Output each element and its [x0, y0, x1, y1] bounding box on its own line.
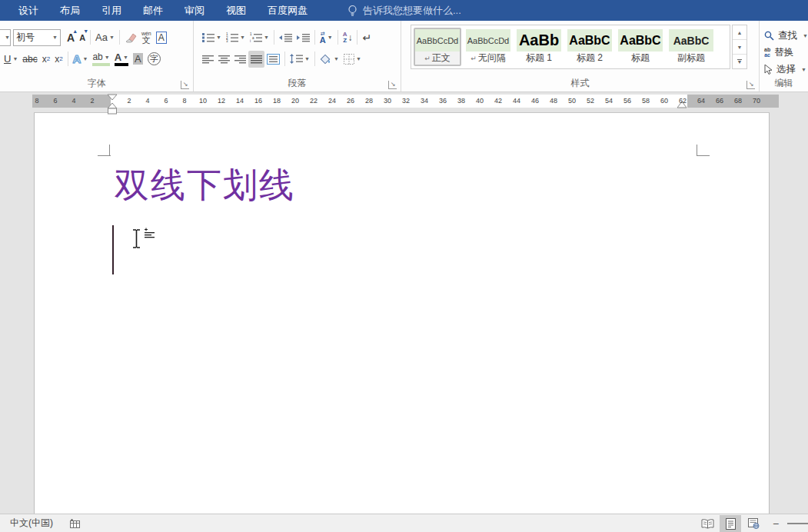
align-left-button[interactable]	[200, 51, 216, 68]
language-status[interactable]: 中文(中国)	[10, 517, 53, 530]
outlined-a-icon: A	[73, 52, 81, 65]
tab-百度网盘[interactable]: 百度网盘	[257, 0, 318, 21]
decrease-indent-button[interactable]	[277, 29, 294, 46]
zoom-out-button[interactable]: −	[767, 515, 784, 532]
multilevel-list-icon: 1 a i	[250, 32, 262, 42]
gallery-scroll-down-button[interactable]: ▼	[733, 40, 746, 55]
styles-dialog-launcher[interactable]: ↘	[746, 81, 755, 89]
style-item-标题[interactable]: AaBbC标题	[617, 28, 664, 66]
chevron-down-icon: ▼	[2, 35, 10, 40]
borders-button[interactable]: ▼	[341, 51, 364, 68]
select-button[interactable]: 选择 ▼	[764, 62, 806, 77]
style-name: 副标题	[669, 52, 713, 65]
increase-indent-button[interactable]	[294, 29, 312, 46]
gallery-more-button[interactable]: ▼	[733, 55, 746, 68]
underline-button[interactable]: U ▼	[2, 51, 20, 68]
highlight-swatch	[92, 63, 109, 66]
tab-引用[interactable]: 引用	[91, 0, 132, 21]
ruler-number: 28	[365, 97, 373, 105]
character-shading-button[interactable]: A	[131, 51, 145, 68]
gallery-scroll-up-button[interactable]: ▲	[733, 25, 746, 40]
chevron-down-icon: ▼	[328, 35, 333, 40]
separator	[314, 52, 315, 66]
font-size-value: 初号	[16, 31, 35, 44]
align-right-button[interactable]	[232, 51, 248, 68]
tab-邮件[interactable]: 邮件	[132, 0, 174, 21]
tab-审阅[interactable]: 审阅	[174, 0, 215, 21]
ruler-text-area[interactable]	[111, 95, 687, 108]
page[interactable]: 双线下划线	[34, 112, 770, 514]
read-mode-button[interactable]	[697, 515, 718, 532]
chevron-down-icon: ▼	[801, 67, 806, 72]
shading-button[interactable]: ▼	[318, 51, 341, 68]
find-button[interactable]: 查找 ▼	[764, 28, 808, 43]
zoom-slider-track[interactable]	[787, 523, 808, 524]
font-name-combo[interactable]: ▼	[0, 29, 11, 46]
print-layout-button[interactable]	[720, 515, 741, 532]
macro-record-icon[interactable]	[70, 519, 80, 528]
style-item-无间隔[interactable]: AaBbCcDd↵无间隔	[464, 28, 512, 66]
ruler-number: 6	[164, 97, 168, 105]
tab-设计[interactable]: 设计	[8, 0, 49, 21]
ruler-number: 66	[716, 97, 723, 105]
ruler-number: 2	[127, 97, 131, 105]
svg-text:3: 3	[226, 39, 228, 42]
document-heading-text[interactable]: 双线下划线	[115, 162, 295, 208]
indent-markers[interactable]	[106, 94, 118, 115]
font-size-combo[interactable]: 初号 ▼	[13, 29, 61, 46]
tell-me-box[interactable]: 告诉我您想要做什么...	[347, 4, 461, 18]
font-group: ▼ 初号 ▼ A ▲ A ▼ Aa ▼	[0, 21, 194, 91]
borders-icon	[344, 54, 354, 65]
bullets-button[interactable]: ▼	[200, 29, 224, 46]
tab-视图[interactable]: 视图	[215, 0, 257, 21]
chevron-down-icon: ▼	[304, 56, 310, 62]
style-preview: AaBbCcDd	[415, 29, 460, 52]
click-and-type-align-icon	[144, 228, 156, 240]
align-center-button[interactable]	[216, 51, 232, 68]
sort-icon: A Z	[343, 32, 347, 44]
ruler-number: 10	[199, 97, 207, 105]
distribute-button[interactable]	[264, 51, 282, 68]
multilevel-list-button[interactable]: 1 a i ▼	[248, 29, 271, 46]
font-dialog-launcher[interactable]: ↘	[181, 81, 189, 89]
web-layout-button[interactable]	[743, 515, 764, 532]
justify-button[interactable]	[248, 51, 264, 68]
subscript-button[interactable]: x2	[40, 51, 52, 68]
superscript-button[interactable]: x2	[52, 51, 65, 68]
sort-button[interactable]: A Z ↓	[341, 29, 355, 46]
tab-布局[interactable]: 布局	[49, 0, 91, 21]
style-item-正文[interactable]: AaBbCcDd↵正文	[414, 28, 461, 66]
chevron-down-icon: ▼	[123, 55, 128, 60]
grow-font-button[interactable]: A ▲	[65, 29, 77, 46]
line-spacing-button[interactable]: ▼	[288, 51, 312, 68]
paragraph-group-label: 段落	[194, 77, 401, 90]
clear-formatting-button[interactable]	[122, 29, 139, 46]
ruler-number: 38	[457, 97, 465, 105]
separator	[284, 52, 285, 66]
asian-layout-button[interactable]: ⇄ A ▼	[318, 29, 335, 46]
lightbulb-icon	[347, 5, 357, 17]
numbering-button[interactable]: 1 2 3 ▼	[224, 29, 248, 46]
change-case-button[interactable]: Aa ▼	[93, 29, 117, 46]
separator	[274, 30, 274, 45]
character-border-button[interactable]: A	[154, 29, 169, 46]
ruler-number: 70	[753, 97, 760, 105]
enclose-characters-button[interactable]: 字	[145, 51, 163, 68]
style-item-标题 1[interactable]: AaBb标题 1	[515, 28, 563, 66]
paragraph-dialog-launcher[interactable]: ↘	[388, 81, 397, 89]
ruler-number: 60	[660, 97, 668, 105]
shrink-font-button[interactable]: A ▼	[77, 29, 88, 46]
font-color-button[interactable]: A ▼	[112, 51, 131, 68]
crop-mark-top-left	[109, 145, 110, 156]
read-mode-icon	[701, 519, 714, 529]
style-name: 标题 2	[567, 52, 612, 65]
text-effects-button[interactable]: A ▼	[71, 51, 91, 68]
phonetic-guide-button[interactable]: wén 文	[139, 29, 154, 46]
style-item-标题 2[interactable]: AaBbC标题 2	[566, 28, 613, 66]
strikethrough-button[interactable]: abc	[20, 51, 39, 68]
show-hide-marks-button[interactable]: ↵	[360, 29, 374, 46]
replace-button[interactable]: ab ac 替换	[764, 45, 793, 60]
style-item-副标题[interactable]: AaBbC副标题	[667, 28, 715, 66]
highlight-color-button[interactable]: ab ▼	[90, 51, 111, 68]
crop-mark-top-right	[697, 145, 697, 156]
